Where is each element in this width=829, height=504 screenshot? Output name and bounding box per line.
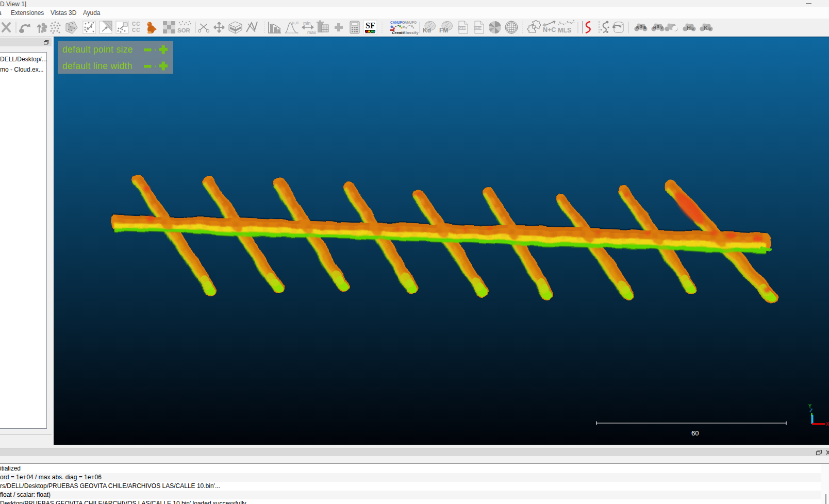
svg-text:min: min (303, 21, 311, 26)
svg-text:K: K (704, 25, 708, 31)
svg-text:Classify: Classify (403, 30, 419, 35)
svg-text:b: b (691, 26, 694, 31)
svg-text:SOR: SOR (177, 27, 191, 33)
svg-text:CANUPO: CANUPO (402, 21, 417, 24)
svg-text:CC: CC (132, 27, 140, 33)
svg-text:SHP: SHP (459, 26, 467, 30)
svg-text:max: max (307, 30, 317, 35)
svg-text:N+C: N+C (543, 26, 556, 33)
svg-text:B: B (643, 25, 646, 30)
svg-text:V: V (660, 25, 663, 30)
svg-text:60: 60 (691, 429, 699, 437)
svg-text:μ,σ: μ,σ (292, 20, 299, 25)
svg-text:FM: FM (439, 27, 448, 34)
svg-text:R: R (636, 25, 639, 30)
svg-text:Kd: Kd (423, 27, 431, 34)
svg-text:H: H (687, 25, 691, 31)
svg-text:S: S (657, 24, 659, 29)
svg-text:MLS: MLS (558, 27, 571, 34)
svg-text:G: G (640, 24, 643, 29)
svg-text:SF: SF (366, 21, 375, 30)
svg-text:X: X (826, 421, 829, 427)
svg-text:Z: Z (809, 408, 813, 414)
svg-text:CC: CC (132, 21, 140, 27)
svg-text:H: H (653, 25, 656, 30)
svg-text:b: b (708, 26, 711, 31)
svg-text:CSV: CSV (475, 26, 483, 30)
